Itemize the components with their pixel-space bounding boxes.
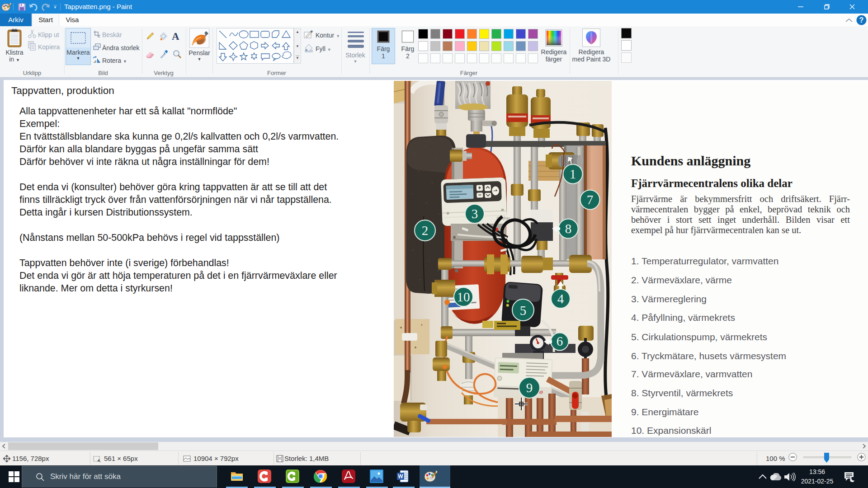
svg-text:6: 6 [557, 334, 563, 348]
svg-text:3: 3 [472, 206, 478, 221]
svg-text:4: 4 [557, 291, 564, 306]
svg-text:8: 8 [565, 221, 572, 236]
svg-text:7: 7 [587, 192, 594, 207]
svg-text:9: 9 [526, 380, 533, 395]
svg-text:?: ? [859, 16, 864, 24]
svg-text:10: 10 [457, 290, 470, 304]
svg-text:5: 5 [520, 303, 527, 318]
svg-text:2: 2 [422, 223, 429, 238]
svg-text:1: 1 [570, 167, 576, 181]
